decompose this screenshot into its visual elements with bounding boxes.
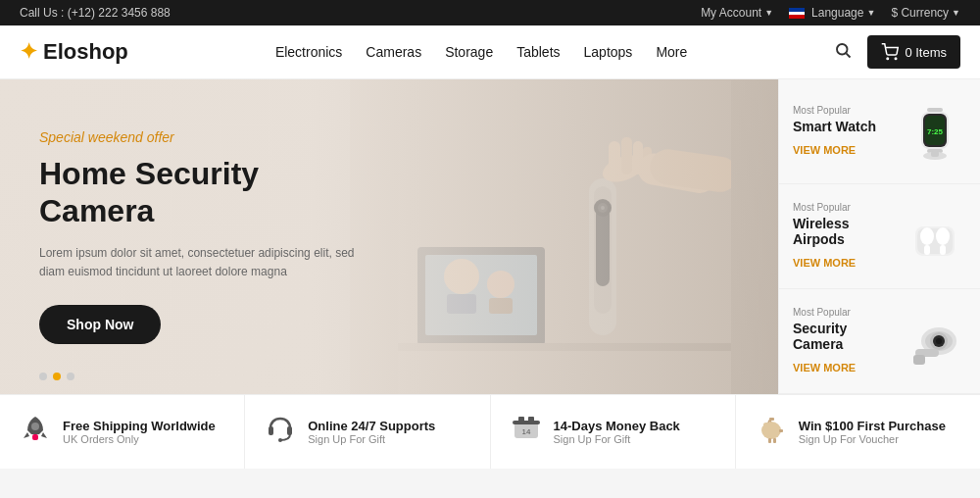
svg-point-3 bbox=[896, 58, 898, 60]
nav-laptops[interactable]: Laptops bbox=[584, 44, 633, 60]
view-more-0[interactable]: VIEW MORE bbox=[793, 144, 856, 156]
svg-point-50 bbox=[278, 438, 282, 442]
svg-rect-62 bbox=[779, 429, 783, 432]
logo-text: Eloshop bbox=[43, 39, 128, 65]
search-button[interactable] bbox=[834, 41, 852, 63]
svg-rect-25 bbox=[927, 108, 943, 112]
language-arrow-icon: ▼ bbox=[866, 8, 875, 18]
main-nav: Electronics Cameras Storage Tablets Lapt… bbox=[275, 44, 687, 60]
feature-returns: 14 14-Days Money Back Sign Up For Gift bbox=[491, 395, 736, 469]
svg-rect-32 bbox=[931, 151, 939, 157]
svg-rect-63 bbox=[769, 418, 774, 421]
feature-win-title: Win $100 First Purchase bbox=[799, 419, 946, 433]
flag-icon bbox=[789, 8, 805, 19]
hero-banner: Special weekend offer Home Security Came… bbox=[0, 79, 778, 394]
my-account-dropdown[interactable]: My Account ▼ bbox=[701, 6, 773, 20]
hero-subtitle: Special weekend offer bbox=[39, 129, 372, 145]
product-card-info-1: Most Popular Wireless Airpods VIEW MORE bbox=[793, 202, 894, 271]
svg-rect-60 bbox=[768, 438, 771, 443]
svg-point-58 bbox=[763, 423, 769, 426]
search-icon bbox=[834, 41, 852, 59]
hero-dots bbox=[39, 373, 74, 380]
cart-icon bbox=[881, 43, 899, 61]
product-card-airpods: Most Popular Wireless Airpods VIEW MORE bbox=[778, 184, 980, 289]
hero-title: Home Security Camera bbox=[39, 155, 372, 230]
header: ✦ Eloshop Electronics Cameras Storage Ta… bbox=[0, 25, 980, 79]
cart-button[interactable]: 0 Items bbox=[867, 35, 960, 69]
nav-storage[interactable]: Storage bbox=[445, 44, 493, 60]
product-tag-1: Most Popular bbox=[793, 202, 894, 213]
product-card-info-2: Most Popular Security Camera VIEW MORE bbox=[793, 307, 894, 375]
svg-rect-47 bbox=[32, 434, 38, 440]
svg-rect-54 bbox=[528, 417, 534, 422]
feature-returns-sub: Sign Up For Gift bbox=[554, 433, 680, 445]
svg-point-37 bbox=[936, 227, 950, 245]
call-label: Call Us : (+12) 222 3456 888 bbox=[20, 6, 171, 20]
currency-dropdown[interactable]: $ Currency ▼ bbox=[891, 6, 960, 20]
nav-tablets[interactable]: Tablets bbox=[516, 44, 560, 60]
svg-rect-53 bbox=[518, 417, 524, 422]
svg-rect-49 bbox=[287, 426, 292, 435]
svg-point-0 bbox=[837, 44, 848, 55]
product-tag-2: Most Popular bbox=[793, 307, 894, 318]
nav-more[interactable]: More bbox=[656, 44, 687, 60]
svg-point-43 bbox=[936, 338, 942, 344]
account-arrow-icon: ▼ bbox=[764, 8, 773, 18]
security-camera-icon bbox=[906, 312, 964, 371]
view-more-1[interactable]: VIEW MORE bbox=[793, 257, 856, 269]
feature-win: Win $100 First Purchase Sign Up For Vouc… bbox=[736, 395, 980, 469]
hero-dot-1[interactable] bbox=[39, 373, 47, 380]
svg-rect-48 bbox=[269, 426, 273, 435]
smartwatch-icon: 7:25 bbox=[906, 102, 964, 161]
product-name-0: Smart Watch bbox=[793, 119, 894, 134]
product-img-airpods bbox=[904, 205, 966, 268]
product-card-security-camera: Most Popular Security Camera VIEW MORE bbox=[778, 289, 980, 394]
top-bar-contact: Call Us : (+12) 222 3456 888 bbox=[20, 6, 171, 20]
svg-rect-52 bbox=[513, 421, 540, 424]
top-bar-right: My Account ▼ Language ▼ $ Currency ▼ bbox=[701, 6, 960, 20]
hero-dot-3[interactable] bbox=[67, 373, 74, 380]
language-dropdown[interactable]: Language ▼ bbox=[789, 6, 875, 20]
refresh-icon: 14 bbox=[511, 413, 542, 451]
nav-cameras[interactable]: Cameras bbox=[366, 44, 421, 60]
logo-icon: ✦ bbox=[20, 39, 37, 65]
top-bar: Call Us : (+12) 222 3456 888 My Account … bbox=[0, 0, 980, 25]
view-more-2[interactable]: VIEW MORE bbox=[793, 362, 856, 374]
hero-dot-2[interactable] bbox=[53, 373, 61, 380]
feature-shipping: Free Shipping Worldwide UK Orders Only bbox=[0, 395, 245, 469]
feature-returns-title: 14-Days Money Back bbox=[554, 419, 680, 433]
svg-rect-45 bbox=[913, 355, 925, 365]
main-content: Special weekend offer Home Security Came… bbox=[0, 79, 980, 394]
product-card-info-0: Most Popular Smart Watch VIEW MORE bbox=[793, 105, 894, 158]
hero-description: Lorem ipsum dolor sit amet, consectetuer… bbox=[39, 244, 372, 281]
cart-items-label: 0 Items bbox=[905, 45, 947, 60]
product-img-security-camera bbox=[904, 310, 966, 373]
headset-icon bbox=[265, 413, 296, 451]
svg-rect-38 bbox=[940, 245, 946, 255]
svg-point-35 bbox=[920, 227, 934, 245]
feature-win-sub: Sign Up For Voucher bbox=[799, 433, 946, 445]
product-tag-0: Most Popular bbox=[793, 105, 894, 116]
nav-electronics[interactable]: Electronics bbox=[275, 44, 342, 60]
shop-now-button[interactable]: Shop Now bbox=[39, 305, 161, 344]
rocket-icon bbox=[20, 413, 51, 451]
svg-line-1 bbox=[847, 53, 851, 57]
svg-text:7:25: 7:25 bbox=[927, 127, 944, 136]
product-img-smartwatch: 7:25 bbox=[904, 100, 966, 163]
feature-shipping-sub: UK Orders Only bbox=[63, 433, 216, 445]
product-name-2: Security Camera bbox=[793, 321, 894, 352]
feature-win-text: Win $100 First Purchase Sign Up For Vouc… bbox=[799, 419, 946, 445]
features-bar: Free Shipping Worldwide UK Orders Only O… bbox=[0, 394, 980, 469]
airpods-icon bbox=[906, 207, 964, 266]
svg-rect-61 bbox=[773, 438, 776, 443]
feature-returns-text: 14-Days Money Back Sign Up For Gift bbox=[554, 419, 680, 445]
svg-point-46 bbox=[31, 423, 39, 430]
product-name-1: Wireless Airpods bbox=[793, 216, 894, 247]
logo[interactable]: ✦ Eloshop bbox=[20, 39, 128, 65]
feature-support: Online 24/7 Supports Sign Up For Gift bbox=[245, 395, 490, 469]
product-sidebar: Most Popular Smart Watch VIEW MORE 7:25 bbox=[778, 79, 980, 394]
hero-content: Special weekend offer Home Security Came… bbox=[0, 90, 412, 383]
feature-support-text: Online 24/7 Supports Sign Up For Gift bbox=[308, 419, 435, 445]
feature-support-title: Online 24/7 Supports bbox=[308, 419, 435, 433]
feature-shipping-text: Free Shipping Worldwide UK Orders Only bbox=[63, 419, 216, 445]
